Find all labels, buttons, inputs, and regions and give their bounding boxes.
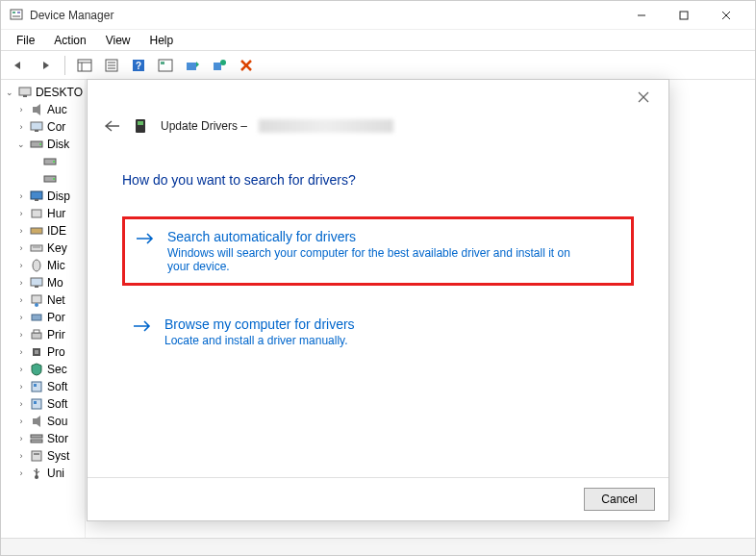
tree-node[interactable]: ›Syst xyxy=(3,447,83,465)
expand-icon[interactable]: › xyxy=(16,122,26,132)
statusbar xyxy=(1,538,755,555)
show-hidden-button[interactable] xyxy=(73,54,96,77)
expand-icon[interactable]: ⌄ xyxy=(16,139,26,149)
tree-node[interactable]: ›Prir xyxy=(3,326,83,343)
cancel-button[interactable]: Cancel xyxy=(584,488,655,511)
svg-rect-24 xyxy=(19,88,31,95)
tree-node[interactable]: ›Pro xyxy=(3,343,83,361)
help-button[interactable]: ? xyxy=(127,54,150,77)
expand-icon[interactable]: › xyxy=(16,105,26,114)
tree-node[interactable]: ›IDE xyxy=(3,222,83,240)
svg-rect-43 xyxy=(35,286,38,288)
tree-node[interactable]: ›Stor xyxy=(3,430,83,447)
expand-icon[interactable]: › xyxy=(16,191,26,201)
svg-rect-5 xyxy=(680,12,688,19)
window-title: Device Manager xyxy=(30,9,620,22)
expand-icon[interactable]: › xyxy=(16,209,26,218)
svg-point-21 xyxy=(220,60,226,65)
option-browse-computer[interactable]: Browse my computer for drivers Locate an… xyxy=(122,307,634,357)
svg-rect-54 xyxy=(34,401,37,404)
expand-icon[interactable]: › xyxy=(16,417,26,426)
expand-icon[interactable] xyxy=(30,174,39,184)
software-icon xyxy=(29,380,44,393)
uninstall-button[interactable] xyxy=(208,54,231,77)
tree-node[interactable]: ›Cor xyxy=(3,118,83,136)
back-button[interactable] xyxy=(7,54,30,77)
menu-view[interactable]: View xyxy=(96,32,140,49)
expand-icon[interactable]: › xyxy=(16,330,26,340)
expand-icon[interactable]: › xyxy=(16,382,26,392)
option-search-automatically[interactable]: Search automatically for drivers Windows… xyxy=(122,216,634,286)
svg-rect-36 xyxy=(35,199,38,201)
expand-icon[interactable]: › xyxy=(16,278,26,288)
tree-node[interactable]: ›Mic xyxy=(3,257,83,274)
svg-point-41 xyxy=(33,260,40,271)
menu-file[interactable]: File xyxy=(7,32,44,49)
tree-node[interactable]: ›Por xyxy=(3,309,83,326)
tree-node[interactable]: ›Soft xyxy=(3,378,83,395)
drive-icon xyxy=(42,172,58,186)
tree-node[interactable]: ›Uni xyxy=(3,465,83,482)
tree-node[interactable]: ›Mo xyxy=(3,274,83,291)
expand-icon[interactable]: › xyxy=(16,434,26,443)
scan-button[interactable] xyxy=(154,54,177,77)
expand-icon[interactable] xyxy=(30,157,39,166)
minimize-button[interactable] xyxy=(620,2,663,29)
expand-icon[interactable]: › xyxy=(16,451,26,461)
svg-rect-48 xyxy=(34,330,39,333)
expand-icon[interactable]: › xyxy=(16,261,26,270)
svg-rect-28 xyxy=(35,130,38,132)
tree-node[interactable]: ›Soft xyxy=(3,395,83,413)
software-icon xyxy=(29,397,44,411)
option-title: Search automatically for drivers xyxy=(167,229,621,244)
expand-icon[interactable]: › xyxy=(16,313,26,322)
expand-icon[interactable]: › xyxy=(16,468,26,478)
svg-rect-67 xyxy=(138,121,143,125)
tree-node[interactable]: ›Hur xyxy=(3,205,83,222)
speaker-icon xyxy=(29,103,44,116)
tree-node[interactable]: ›Auc xyxy=(3,101,83,118)
expand-icon[interactable]: › xyxy=(16,347,26,357)
menu-action[interactable]: Action xyxy=(44,32,95,49)
expand-icon[interactable]: › xyxy=(16,399,26,409)
drive-icon xyxy=(29,138,44,151)
svg-rect-57 xyxy=(31,440,42,442)
tree-node[interactable]: ⌄Disk xyxy=(3,136,83,153)
tree-root[interactable]: ⌄ DESKTO xyxy=(3,84,83,101)
svg-rect-39 xyxy=(31,245,42,251)
printer-icon xyxy=(29,328,44,341)
disable-button[interactable] xyxy=(235,54,258,77)
tree-node[interactable]: ›Sec xyxy=(3,361,83,378)
expand-icon[interactable]: › xyxy=(16,365,26,374)
tree-label: Mo xyxy=(47,276,63,290)
menu-help[interactable]: Help xyxy=(140,32,184,49)
device-tree[interactable]: ⌄ DESKTO ›Auc›Cor⌄Disk›Disp›Hur›IDE›Key›… xyxy=(1,80,86,538)
tree-label: Mic xyxy=(47,259,65,272)
svg-point-45 xyxy=(35,303,38,307)
forward-button[interactable] xyxy=(34,54,57,77)
properties-button[interactable] xyxy=(100,54,123,77)
toolbar-separator xyxy=(64,56,65,75)
tree-node[interactable]: ›Key xyxy=(3,240,83,257)
tree-node[interactable] xyxy=(3,153,83,170)
expand-icon[interactable]: › xyxy=(16,226,26,236)
dialog-back-button[interactable] xyxy=(101,114,124,138)
tree-node[interactable]: ›Net xyxy=(3,291,83,309)
expand-icon[interactable]: ⌄ xyxy=(5,88,14,97)
dialog-close-button[interactable] xyxy=(626,84,661,111)
tree-node[interactable] xyxy=(3,170,83,188)
tree-label: Net xyxy=(47,293,65,307)
port-icon xyxy=(29,311,44,324)
expand-icon[interactable]: › xyxy=(16,243,26,253)
svg-text:?: ? xyxy=(136,61,141,71)
dialog-header xyxy=(88,80,668,114)
tree-node[interactable]: ›Sou xyxy=(3,413,83,430)
system-icon xyxy=(29,449,44,463)
expand-icon[interactable]: › xyxy=(16,295,26,305)
update-driver-button[interactable] xyxy=(181,54,204,77)
security-icon xyxy=(29,363,44,376)
maximize-button[interactable] xyxy=(663,2,705,29)
tree-node[interactable]: ›Disp xyxy=(3,188,83,205)
close-button[interactable] xyxy=(705,2,747,29)
tree-label: Disk xyxy=(47,138,69,151)
